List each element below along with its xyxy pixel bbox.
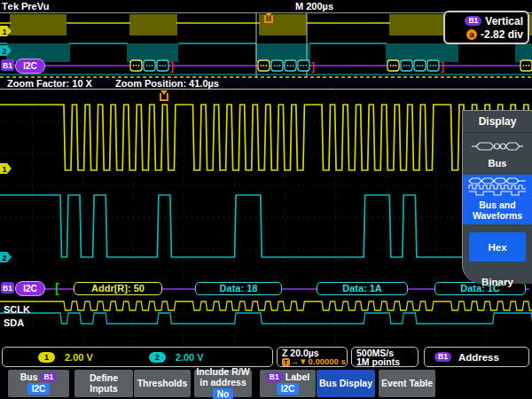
menu-thresholds-button[interactable]: Thresholds <box>134 370 191 397</box>
channel-scale-readouts: 1 2.00 V 2 2.00 V <box>2 347 273 367</box>
sclk-digital-trace <box>0 301 532 310</box>
sda-analog-waveform <box>0 195 532 257</box>
tek-logo: Tek <box>2 1 20 12</box>
menu-event-table-button[interactable]: Event Table <box>379 370 435 397</box>
bus-field-value: Address <box>458 352 499 363</box>
i2c-start-bracket: [ <box>55 281 59 294</box>
bus-waveforms-icon <box>468 177 527 197</box>
bus-field-readout: B1 Address <box>424 347 529 367</box>
zoom-info-bar: Zoom Factor: 10 X Zoom Position: 41.0µs <box>0 78 532 90</box>
trigger-t-icon: T <box>282 358 290 366</box>
channel-1-badge: 1 <box>38 352 55 363</box>
bus-vertical-readout: B1 Vertical a -2.82 div <box>443 11 529 44</box>
zoom-factor-readout: Zoom Factor: 10 X <box>7 78 92 89</box>
ch2-scale-readout: 2.00 V <box>176 352 204 363</box>
channel-1-marker: 1 <box>0 26 12 36</box>
svg-text:2: 2 <box>3 254 7 262</box>
svg-text:1: 1 <box>3 165 7 174</box>
waveform-canvas: ]]]1212 <box>0 0 532 399</box>
bus-decode-box-data: Data: 18 <box>195 282 282 295</box>
bus-decode-box-data: Data: 1A <box>317 282 408 295</box>
panel-title: Display <box>463 111 532 128</box>
svg-text:1: 1 <box>3 27 7 36</box>
display-option-bus-and-waveforms[interactable]: Bus andWaveforms <box>463 175 532 224</box>
trigger-delay-readout: T→▼0.00000 s <box>282 357 347 366</box>
sclk-trace-label: SCLK <box>4 304 30 315</box>
b1-badge: B1 <box>465 16 481 26</box>
knob-a-icon: a <box>466 29 477 40</box>
b1-badge: B1 <box>266 372 283 382</box>
acquisition-readout: 500MS/s 1M points <box>351 347 419 367</box>
bus-decode-box-addr: Addr[R]: 50 <box>74 282 162 295</box>
main-timebase-readout: M 200µs <box>295 1 333 12</box>
channel-1-marker: 1 <box>0 163 12 174</box>
sda-trace-label: SDA <box>4 317 24 328</box>
softkey-menu-bar: BusB1 I2C DefineInputs Thresholds Includ… <box>0 368 532 399</box>
sda-digital-trace <box>0 313 532 324</box>
trigger-arrow-icon: →▼ <box>291 357 308 366</box>
bus-icon <box>472 140 523 153</box>
b1-badge: B1 <box>1 282 14 293</box>
menu-bus-display-button[interactable]: Bus Display <box>317 370 375 397</box>
menu-label-button[interactable]: B1Label I2C <box>260 370 316 397</box>
channel-2-marker: 2 <box>0 252 12 262</box>
format-binary-button[interactable]: Binary <box>463 277 532 287</box>
display-option-bus[interactable]: Bus <box>463 133 532 168</box>
svg-text:]: ] <box>441 60 444 73</box>
main-bus-label: I2C <box>15 281 45 296</box>
vertical-readout-title: Vertical <box>485 15 523 27</box>
trigger-position-icon <box>160 90 168 100</box>
channel-2-marker: 2 <box>0 45 12 56</box>
acquisition-status: PreVu <box>21 1 49 12</box>
b1-badge: B1 <box>1 59 14 71</box>
channel-2-badge: 2 <box>149 352 166 363</box>
scl-analog-waveform <box>0 105 532 170</box>
svg-text:]: ] <box>170 60 174 73</box>
svg-text:2: 2 <box>3 47 7 56</box>
display-side-panel: Display Bus <box>462 110 532 284</box>
menu-include-rw-button[interactable]: Include R/Win address No <box>194 370 252 397</box>
record-length: 1M points <box>356 357 418 366</box>
svg-text:]: ] <box>311 60 315 73</box>
vertical-readout-value: -2.82 div <box>481 28 523 41</box>
bus-label-value: I2C <box>277 383 300 395</box>
bus-type-value: I2C <box>27 383 51 395</box>
ch1-scale-readout: 2.00 V <box>65 352 93 363</box>
format-hex-button[interactable]: Hex <box>469 232 526 262</box>
b1-badge: B1 <box>434 352 451 362</box>
overview-bus-label: I2C <box>15 59 45 74</box>
menu-define-inputs-button[interactable]: DefineInputs <box>74 370 133 397</box>
b1-badge: B1 <box>40 372 57 382</box>
zoom-scale-readout: Z 20.0µs T→▼0.00000 s <box>277 347 348 367</box>
menu-bus-button[interactable]: BusB1 I2C <box>8 370 69 397</box>
zoom-position-readout: Zoom Position: 41.0µs <box>115 78 219 89</box>
include-rw-value: No <box>213 388 233 399</box>
oscilloscope-screen: ]]]1212 Tek PreVu M 200µs B1 Vertical a … <box>0 0 532 399</box>
